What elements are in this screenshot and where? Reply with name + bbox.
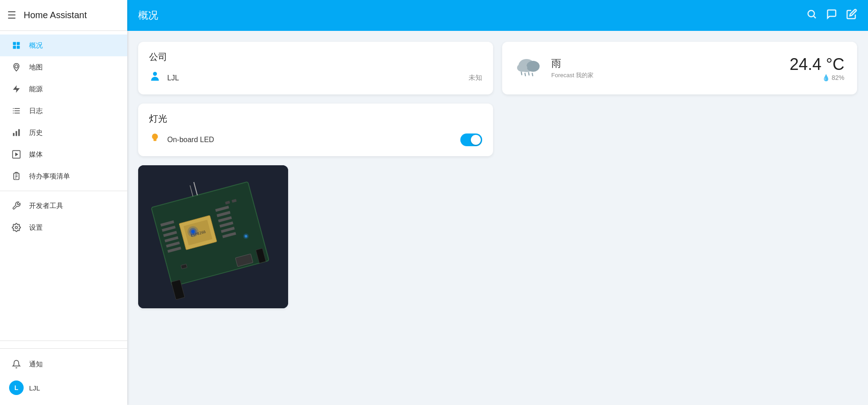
sidebar-item-energy[interactable]: 能源 xyxy=(0,78,127,100)
svg-line-23 xyxy=(814,16,816,18)
svg-rect-2 xyxy=(13,46,16,49)
light-name: On-board LED xyxy=(167,136,454,144)
svg-rect-3 xyxy=(17,46,20,49)
svg-rect-31 xyxy=(532,73,534,76)
sidebar-item-label-energy: 能源 xyxy=(29,85,43,94)
play-icon xyxy=(9,150,24,159)
company-card-title: 公司 xyxy=(149,51,482,63)
sidebar-item-media[interactable]: 媒体 xyxy=(0,143,127,165)
sidebar-item-label-settings: 设置 xyxy=(29,223,43,232)
light-card: 灯光 On-board LED xyxy=(138,104,493,156)
svg-rect-1 xyxy=(17,42,20,45)
weather-icon-area xyxy=(515,55,544,81)
clipboard-icon xyxy=(9,172,24,181)
svg-point-27 xyxy=(517,64,527,72)
person-row: LJL 未知 xyxy=(149,70,482,85)
board-svg: ESP8266 xyxy=(138,165,288,308)
svg-rect-28 xyxy=(521,72,523,75)
list-icon xyxy=(9,106,24,115)
light-card-title: 灯光 xyxy=(149,113,482,125)
svg-rect-29 xyxy=(524,73,526,76)
sidebar-item-label-overview: 概况 xyxy=(29,41,43,50)
grid-icon xyxy=(9,41,24,50)
svg-rect-12 xyxy=(13,133,15,136)
sidebar-item-label-notifications: 通知 xyxy=(29,360,43,369)
app-title: Home Assistant xyxy=(24,10,87,20)
edit-icon[interactable] xyxy=(846,9,857,22)
bell-icon xyxy=(9,360,24,369)
sidebar-divider-1 xyxy=(0,191,127,191)
map-icon xyxy=(9,63,24,72)
sidebar-divider-2 xyxy=(0,348,127,349)
sidebar-item-settings[interactable]: 设置 xyxy=(0,217,127,238)
svg-rect-11 xyxy=(15,113,20,114)
sidebar-item-label-history: 历史 xyxy=(29,128,43,137)
chat-icon[interactable] xyxy=(826,9,837,22)
topbar-actions xyxy=(806,9,857,22)
sidebar-item-dev-tools[interactable]: 开发者工具 xyxy=(0,195,127,217)
svg-rect-13 xyxy=(15,131,17,136)
svg-rect-8 xyxy=(13,110,14,111)
page-title: 概况 xyxy=(138,9,806,22)
menu-icon[interactable]: ☰ xyxy=(7,10,16,21)
led-toggle[interactable] xyxy=(460,133,482,146)
sidebar-item-notifications[interactable]: 通知 xyxy=(0,352,127,376)
sidebar-item-label-todo: 待办事项清单 xyxy=(29,172,70,181)
company-card: 公司 LJL 未知 xyxy=(138,42,493,94)
svg-rect-9 xyxy=(15,110,20,111)
weather-temperature: 24.4 °C xyxy=(790,55,844,74)
sidebar-item-todo[interactable]: 待办事项清单 xyxy=(0,165,127,187)
weather-card: 雨 Forecast 我的家 24.4 °C 💧 82% xyxy=(502,42,857,94)
svg-point-22 xyxy=(808,10,814,17)
weather-condition: 雨 xyxy=(551,57,783,70)
weather-info: 雨 Forecast 我的家 xyxy=(551,57,783,79)
svg-point-26 xyxy=(527,61,540,72)
sidebar-item-history[interactable]: 历史 xyxy=(0,122,127,143)
sidebar-item-overview[interactable]: 概况 xyxy=(0,35,127,56)
sidebar-item-label-user: LJL xyxy=(29,384,40,392)
cloud-rain-icon xyxy=(515,55,544,81)
sidebar-header: ☰ Home Assistant xyxy=(0,0,127,31)
weather-forecast-label: Forecast 我的家 xyxy=(551,71,783,79)
toggle-thumb xyxy=(471,135,481,145)
weather-temp-area: 24.4 °C 💧 82% xyxy=(790,55,844,81)
svg-marker-5 xyxy=(13,85,20,93)
person-name: LJL xyxy=(167,74,462,82)
board-image: ESP8266 xyxy=(138,165,288,308)
svg-rect-6 xyxy=(13,108,14,109)
sidebar-item-user[interactable]: L LJL xyxy=(0,376,127,400)
sidebar-item-label-media: 媒体 xyxy=(29,150,43,159)
bolt-icon xyxy=(9,84,24,94)
sidebar-item-label-map: 地图 xyxy=(29,63,43,72)
svg-marker-16 xyxy=(15,153,19,156)
sidebar-item-map[interactable]: 地图 xyxy=(0,56,127,78)
svg-rect-0 xyxy=(13,42,16,45)
sidebar-item-logs[interactable]: 日志 xyxy=(0,100,127,122)
svg-rect-30 xyxy=(528,72,530,75)
humidity-value: 82% xyxy=(832,74,844,81)
sidebar-item-label-dev-tools: 开发者工具 xyxy=(29,202,63,210)
avatar: L xyxy=(9,380,24,395)
svg-point-24 xyxy=(153,72,157,76)
light-row: On-board LED xyxy=(149,132,482,147)
drop-icon: 💧 xyxy=(822,74,830,81)
svg-rect-10 xyxy=(13,113,14,114)
svg-rect-14 xyxy=(18,129,20,136)
gear-icon xyxy=(9,223,24,232)
sidebar-footer: 通知 L LJL xyxy=(0,341,127,405)
main-area: 概况 公司 xyxy=(127,0,868,405)
bulb-icon xyxy=(149,132,161,147)
weather-humidity: 💧 82% xyxy=(790,74,844,81)
content-area: 公司 LJL 未知 xyxy=(127,31,868,405)
search-icon[interactable] xyxy=(806,9,817,22)
svg-point-21 xyxy=(15,227,18,229)
sidebar-item-label-logs: 日志 xyxy=(29,107,43,115)
person-status: 未知 xyxy=(469,74,482,82)
svg-rect-7 xyxy=(15,108,20,109)
bar-chart-icon xyxy=(9,128,24,137)
wrench-icon xyxy=(9,201,24,210)
sidebar: ☰ Home Assistant 概况 地图 xyxy=(0,0,127,405)
person-icon xyxy=(149,70,161,85)
sidebar-nav: 概况 地图 能源 xyxy=(0,31,127,341)
topbar: 概况 xyxy=(127,0,868,31)
